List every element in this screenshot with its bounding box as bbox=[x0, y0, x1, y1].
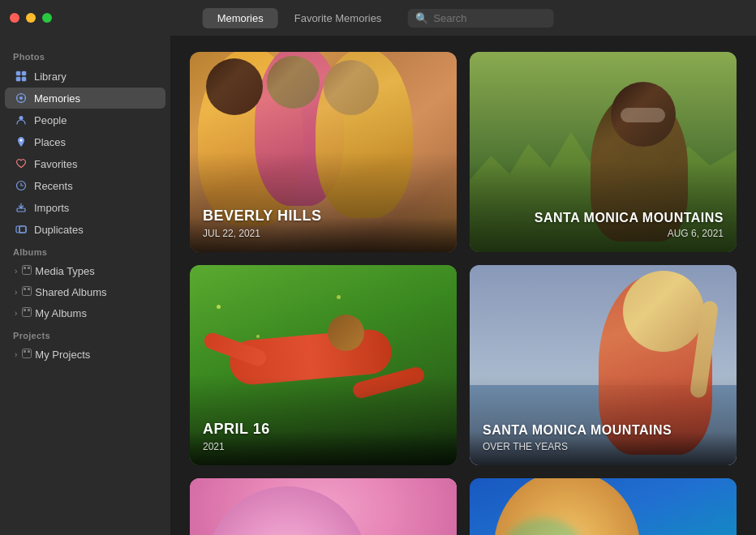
sidebar: Photos Library bbox=[0, 36, 170, 535]
sidebar-item-people[interactable]: People bbox=[5, 109, 165, 131]
sidebar-section-photos: Photos bbox=[0, 45, 170, 65]
sidebar-item-favorites[interactable]: Favorites bbox=[5, 153, 165, 174]
shared-albums-icon bbox=[22, 286, 32, 298]
svg-rect-2 bbox=[16, 77, 20, 81]
duplicates-icon bbox=[15, 223, 28, 236]
sidebar-label-places: Places bbox=[34, 136, 66, 148]
chevron-icon-3: › bbox=[15, 309, 17, 318]
people-icon bbox=[15, 113, 28, 126]
card-3-title: APRIL 16 bbox=[203, 421, 444, 439]
sidebar-item-places[interactable]: Places bbox=[5, 131, 165, 152]
sidebar-label-memories: Memories bbox=[34, 92, 80, 105]
tab-bar: Memories Favorite Memories 🔍 bbox=[203, 8, 554, 28]
chevron-icon-2: › bbox=[15, 288, 17, 297]
svg-rect-25 bbox=[24, 309, 26, 311]
sidebar-label-media-types: Media Types bbox=[35, 265, 94, 277]
svg-rect-13 bbox=[17, 208, 25, 212]
close-button[interactable] bbox=[10, 13, 19, 23]
sidebar-label-shared-albums: Shared Albums bbox=[35, 286, 106, 298]
sidebar-label-library: Library bbox=[34, 71, 67, 83]
svg-rect-20 bbox=[28, 267, 30, 269]
svg-rect-23 bbox=[28, 288, 30, 290]
favorites-icon bbox=[15, 157, 28, 170]
library-icon bbox=[15, 70, 28, 83]
sidebar-label-my-projects: My Projects bbox=[35, 349, 90, 361]
svg-point-11 bbox=[20, 139, 23, 142]
content-area: BEVERLY HILLS JUL 22, 2021 bbox=[170, 36, 756, 535]
sidebar-label-my-albums: My Albums bbox=[35, 307, 87, 319]
memory-card-beverly-hills-2[interactable]: Beverly Hills JUL 28, 2021 bbox=[190, 478, 457, 536]
svg-point-10 bbox=[19, 116, 24, 120]
sidebar-item-imports[interactable]: Imports bbox=[5, 197, 165, 218]
card-4-subtitle: OVER THE YEARS bbox=[483, 441, 724, 452]
sidebar-item-memories[interactable]: Memories bbox=[5, 88, 165, 109]
sidebar-section-albums: Albums bbox=[0, 241, 170, 260]
chevron-icon-4: › bbox=[15, 350, 17, 359]
window-controls bbox=[10, 13, 52, 23]
sidebar-item-my-projects[interactable]: › My Projects bbox=[5, 345, 165, 365]
memory-card-blue[interactable] bbox=[470, 478, 737, 536]
card-4-title: Santa Monica Mountains bbox=[483, 422, 724, 438]
card-2-subtitle: AUG 6, 2021 bbox=[535, 228, 724, 239]
svg-rect-16 bbox=[19, 226, 26, 233]
memories-icon bbox=[15, 92, 28, 105]
search-bar[interactable]: 🔍 bbox=[407, 9, 553, 28]
memory-card-santa-monica-1[interactable]: Santa Monica Mountains AUG 6, 2021 bbox=[470, 52, 737, 252]
svg-rect-1 bbox=[22, 71, 26, 75]
sidebar-item-media-types[interactable]: › Media Types bbox=[5, 261, 165, 281]
sidebar-label-people: People bbox=[34, 114, 67, 126]
sidebar-item-library[interactable]: Library bbox=[5, 66, 165, 87]
memories-grid: BEVERLY HILLS JUL 22, 2021 bbox=[190, 52, 737, 535]
card-3-overlay: APRIL 16 2021 bbox=[190, 408, 457, 465]
svg-rect-29 bbox=[28, 350, 30, 353]
card-3-subtitle: 2021 bbox=[203, 441, 444, 452]
recents-icon bbox=[15, 179, 28, 192]
search-icon: 🔍 bbox=[415, 12, 428, 24]
card-4-overlay: Santa Monica Mountains OVER THE YEARS bbox=[470, 409, 737, 464]
maximize-button[interactable] bbox=[42, 13, 52, 23]
card-1-subtitle: JUL 22, 2021 bbox=[203, 228, 444, 239]
card-2-title: Santa Monica Mountains bbox=[535, 210, 724, 225]
svg-rect-22 bbox=[24, 288, 26, 290]
sidebar-section-projects: Projects bbox=[0, 324, 170, 344]
chevron-icon: › bbox=[15, 267, 17, 276]
media-types-icon bbox=[22, 265, 32, 277]
title-bar: Memories Favorite Memories 🔍 bbox=[0, 0, 756, 36]
sidebar-label-favorites: Favorites bbox=[34, 158, 77, 170]
search-input[interactable] bbox=[433, 12, 545, 24]
svg-rect-0 bbox=[16, 71, 20, 75]
tab-favorite-memories[interactable]: Favorite Memories bbox=[280, 8, 397, 28]
minimize-button[interactable] bbox=[26, 13, 36, 23]
sidebar-item-recents[interactable]: Recents bbox=[5, 175, 165, 196]
svg-rect-3 bbox=[22, 77, 26, 81]
imports-icon bbox=[15, 201, 28, 214]
my-projects-icon bbox=[22, 349, 32, 361]
memory-card-april-16[interactable]: APRIL 16 2021 bbox=[190, 265, 457, 465]
sidebar-label-recents: Recents bbox=[34, 180, 73, 192]
tab-memories[interactable]: Memories bbox=[203, 8, 278, 28]
sidebar-item-duplicates[interactable]: Duplicates bbox=[5, 219, 165, 240]
places-icon bbox=[15, 135, 28, 148]
sidebar-item-shared-albums[interactable]: › Shared Albums bbox=[5, 282, 165, 302]
my-albums-icon bbox=[22, 307, 32, 319]
sidebar-item-my-albums[interactable]: › My Albums bbox=[5, 303, 165, 323]
card-2-overlay: Santa Monica Mountains AUG 6, 2021 bbox=[535, 210, 724, 239]
card-1-overlay: BEVERLY HILLS JUL 22, 2021 bbox=[190, 195, 457, 252]
sidebar-label-duplicates: Duplicates bbox=[34, 224, 84, 236]
sidebar-label-imports: Imports bbox=[34, 202, 69, 214]
svg-rect-19 bbox=[24, 267, 26, 269]
card-1-title: BEVERLY HILLS bbox=[203, 208, 444, 225]
svg-rect-26 bbox=[28, 309, 30, 311]
svg-point-5 bbox=[19, 96, 23, 100]
main-layout: Photos Library bbox=[0, 36, 756, 535]
memory-card-santa-monica-2[interactable]: Santa Monica Mountains OVER THE YEARS bbox=[470, 265, 737, 465]
svg-rect-28 bbox=[24, 350, 26, 353]
memory-card-beverly-hills-1[interactable]: BEVERLY HILLS JUL 22, 2021 bbox=[190, 52, 457, 252]
